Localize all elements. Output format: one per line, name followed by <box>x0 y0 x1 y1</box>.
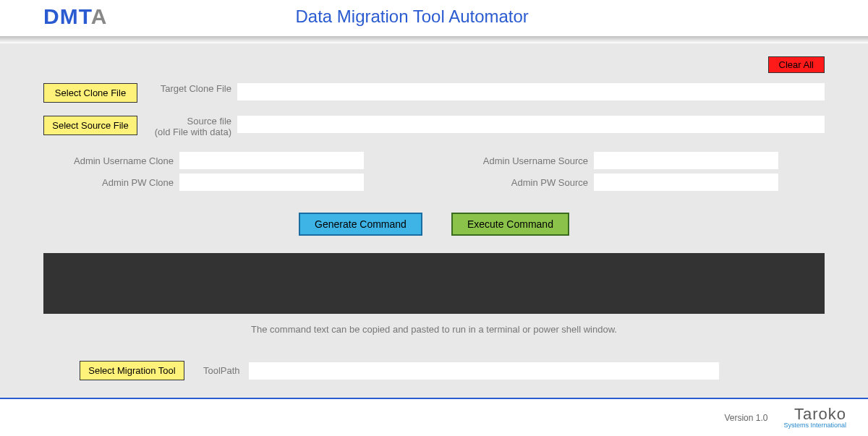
app-logo: DMTA <box>43 4 107 29</box>
target-clone-label: Target Clone File <box>145 83 231 94</box>
source-file-sublabel: (old File with data) <box>145 127 231 137</box>
clear-all-button[interactable]: Clear All <box>768 56 825 73</box>
header: DMTA Data Migration Tool Automator <box>0 0 868 36</box>
clone-file-row: Select Clone File Target Clone File <box>43 83 825 103</box>
admin-pw-clone-label: Admin PW Clone <box>43 177 174 188</box>
tool-path-row: Select Migration Tool ToolPath <box>80 361 825 380</box>
main-panel: Clear All Select Clone File Target Clone… <box>0 43 868 398</box>
credentials-section: Admin Username Clone Admin PW Clone Admi… <box>43 152 825 191</box>
select-migration-tool-button[interactable]: Select Migration Tool <box>80 361 184 380</box>
app-title: Data Migration Tool Automator <box>295 7 528 27</box>
version-label: Version 1.0 <box>724 413 767 423</box>
generate-command-button[interactable]: Generate Command <box>299 213 422 236</box>
source-file-label: Source file <box>145 116 231 127</box>
admin-user-source-label: Admin Username Source <box>451 155 588 166</box>
select-source-file-button[interactable]: Select Source File <box>43 116 137 135</box>
source-file-path-input[interactable] <box>237 116 825 133</box>
header-shadow <box>0 36 868 43</box>
tool-path-input[interactable] <box>249 362 719 380</box>
source-file-row: Select Source File Source file (old File… <box>43 116 825 137</box>
company-logo: Taroko Systems International <box>783 406 846 429</box>
admin-pw-source-label: Admin PW Source <box>451 177 588 188</box>
admin-user-source-input[interactable] <box>594 152 778 169</box>
admin-pw-clone-input[interactable] <box>179 174 364 191</box>
target-clone-path-input[interactable] <box>237 83 825 101</box>
admin-user-clone-label: Admin Username Clone <box>43 155 174 166</box>
select-clone-file-button[interactable]: Select Clone File <box>43 83 137 103</box>
action-buttons: Generate Command Execute Command <box>43 213 825 236</box>
command-hint: The command text can be copied and paste… <box>43 324 825 335</box>
footer: Version 1.0 Taroko Systems International <box>0 399 868 436</box>
tool-path-label: ToolPath <box>203 365 240 376</box>
execute-command-button[interactable]: Execute Command <box>451 213 569 236</box>
admin-user-clone-input[interactable] <box>179 152 364 169</box>
admin-pw-source-input[interactable] <box>594 174 778 191</box>
command-output[interactable] <box>43 253 825 314</box>
